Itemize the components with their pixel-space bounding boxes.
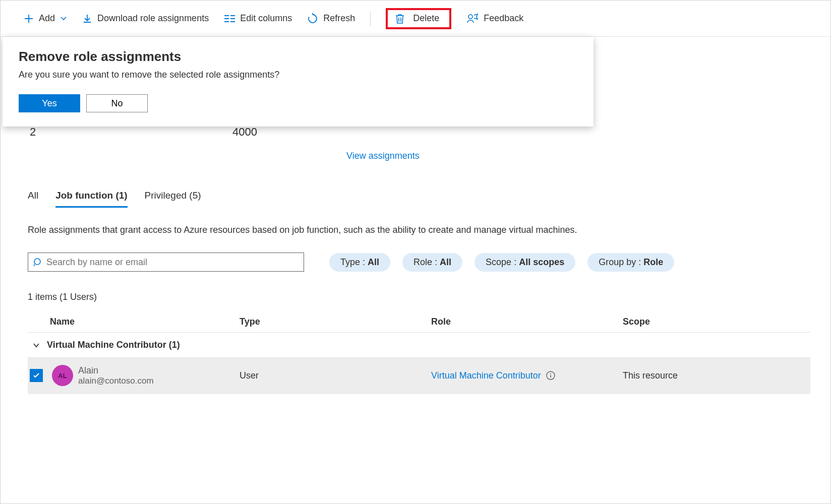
refresh-label: Refresh	[323, 13, 355, 24]
row-checkbox[interactable]	[30, 369, 43, 382]
dialog-title: Remove role assignments	[19, 49, 577, 65]
view-assignments-link[interactable]: View assignments	[346, 151, 420, 161]
trash-icon	[395, 13, 405, 24]
download-icon	[82, 14, 92, 24]
plus-icon	[24, 14, 34, 24]
tab-all[interactable]: All	[28, 190, 38, 208]
refresh-icon	[307, 13, 318, 24]
yes-button[interactable]: Yes	[19, 94, 80, 112]
user-email: alain@contoso.com	[78, 376, 154, 386]
col-role[interactable]: Role	[431, 317, 623, 327]
no-button[interactable]: No	[86, 94, 148, 112]
group-title: Virtual Machine Contributor (1)	[47, 340, 180, 350]
chevron-down-icon	[60, 15, 67, 22]
table-header: Name Type Role Scope	[28, 311, 810, 333]
filter-group-by[interactable]: Group by : Role	[587, 253, 674, 272]
delete-button[interactable]: Delete	[395, 13, 439, 24]
svg-point-3	[550, 373, 551, 374]
col-type[interactable]: Type	[240, 317, 431, 327]
remove-dialog: Remove role assignments Are you sure you…	[3, 37, 593, 127]
avatar: AL	[52, 365, 73, 386]
download-label: Download role assignments	[97, 13, 209, 24]
add-label: Add	[39, 13, 55, 24]
table-row[interactable]: AL Alain alain@contoso.com User Virtual …	[28, 358, 810, 394]
info-icon	[546, 371, 555, 380]
search-input[interactable]	[46, 257, 299, 268]
refresh-button[interactable]: Refresh	[307, 13, 355, 24]
cell-scope: This resource	[623, 370, 810, 381]
feedback-label: Feedback	[484, 13, 523, 24]
delete-button-highlight: Delete	[386, 8, 451, 29]
stat-1: 2	[30, 125, 36, 139]
search-box[interactable]	[28, 253, 304, 272]
col-name[interactable]: Name	[28, 317, 240, 327]
col-scope[interactable]: Scope	[623, 317, 810, 327]
columns-icon	[224, 14, 235, 23]
filter-type[interactable]: Type : All	[329, 253, 390, 272]
divider	[370, 11, 371, 26]
add-button[interactable]: Add	[24, 13, 67, 24]
delete-label: Delete	[413, 13, 439, 24]
tab-description: Role assignments that grant access to Az…	[28, 225, 810, 235]
edit-columns-button[interactable]: Edit columns	[224, 13, 292, 24]
download-button[interactable]: Download role assignments	[82, 13, 209, 24]
items-count: 1 items (1 Users)	[28, 292, 810, 302]
edit-columns-label: Edit columns	[240, 13, 292, 24]
search-icon	[33, 258, 42, 267]
filter-scope[interactable]: Scope : All scopes	[474, 253, 575, 272]
feedback-button[interactable]: Feedback	[466, 13, 523, 24]
feedback-icon	[466, 13, 479, 24]
svg-point-0	[468, 15, 472, 19]
tab-privileged[interactable]: Privileged (5)	[145, 190, 201, 208]
svg-point-1	[34, 259, 40, 265]
filter-role[interactable]: Role : All	[402, 253, 462, 272]
group-row[interactable]: Virtual Machine Contributor (1)	[28, 333, 810, 358]
cell-role-link[interactable]: Virtual Machine Contributor	[431, 370, 623, 381]
chevron-down-icon	[32, 341, 41, 350]
tab-job-function[interactable]: Job function (1)	[55, 190, 127, 208]
stat-2: 4000	[232, 125, 257, 139]
command-bar: Add Download role assignments Edit colum…	[1, 1, 830, 37]
tabs: All Job function (1) Privileged (5)	[28, 190, 810, 208]
cell-type: User	[240, 370, 431, 381]
user-name: Alain	[78, 365, 154, 376]
dialog-message: Are you sure you want to remove the sele…	[19, 70, 577, 80]
